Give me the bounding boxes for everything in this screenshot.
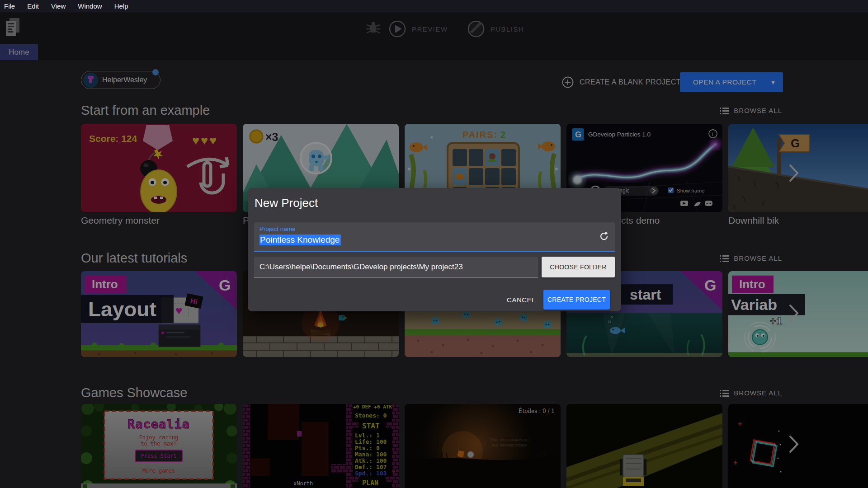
menu-bar: File Edit View Window Help (0, 0, 868, 12)
choose-folder-button[interactable]: CHOOSE FOLDER (542, 257, 615, 277)
project-name-value: Pointless Knowledge (259, 235, 341, 245)
new-project-dialog: New Project Project name Pointless Knowl… (248, 188, 621, 311)
menu-help[interactable]: Help (114, 2, 128, 10)
project-path-field[interactable]: C:\Users\helpe\Documents\GDevelop projec… (254, 257, 538, 277)
gdevelop-window: PREVIEW PUBLISH Home HelperWesley CREATE… (0, 0, 868, 488)
refresh-icon[interactable] (599, 231, 609, 244)
menu-window[interactable]: Window (78, 2, 102, 10)
project-name-label: Project name (259, 225, 296, 232)
menu-file[interactable]: File (4, 2, 15, 10)
menu-edit[interactable]: Edit (27, 2, 39, 10)
project-name-field[interactable]: Project name Pointless Knowledge (254, 222, 615, 252)
dialog-title: New Project (255, 196, 318, 210)
cancel-button[interactable]: CANCEL (501, 290, 542, 310)
menu-view[interactable]: View (51, 2, 66, 10)
create-project-button[interactable]: CREATE PROJECT (543, 290, 610, 310)
